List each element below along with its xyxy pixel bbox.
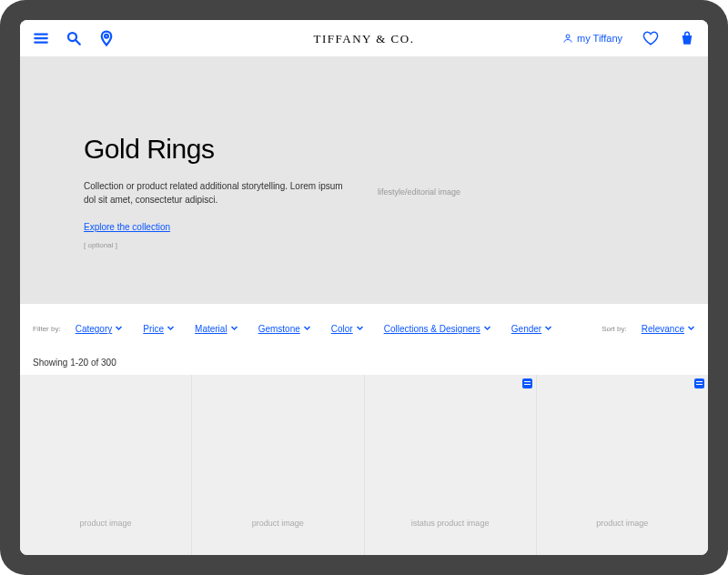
filter-by-label: Filter by:: [33, 325, 61, 333]
svg-point-5: [105, 35, 108, 38]
status-badge-icon: [522, 378, 532, 388]
shopping-bag-icon[interactable]: [679, 30, 695, 46]
explore-collection-link[interactable]: Explore the collection: [84, 222, 170, 232]
chevron-down-icon: [687, 324, 695, 334]
hamburger-menu-icon[interactable]: [33, 30, 49, 46]
svg-point-6: [566, 35, 570, 38]
product-grid: product image product image istatus prod…: [20, 375, 708, 555]
filter-color[interactable]: Color: [331, 324, 364, 334]
filter-gemstone[interactable]: Gemstone: [258, 324, 311, 334]
filter-label-text: Price: [143, 324, 164, 334]
filter-group: Category Price Material Gemstone Color: [76, 324, 553, 334]
hero-image-placeholder: lifestyle/editorial image: [369, 134, 644, 249]
product-card[interactable]: istatus product image: [365, 375, 537, 555]
hero-banner: Gold Rings Collection or product related…: [20, 56, 708, 304]
chevron-down-icon: [167, 324, 175, 334]
filter-label-text: Gemstone: [258, 324, 300, 334]
search-icon[interactable]: [66, 30, 82, 46]
brand-logo[interactable]: TIFFANY & CO.: [314, 32, 415, 45]
filter-label-text: Category: [76, 324, 113, 334]
app-screen: TIFFANY & CO. my Tiffany: [20, 20, 708, 555]
chevron-down-icon: [303, 324, 311, 334]
product-card[interactable]: product image: [192, 375, 364, 555]
product-image-placeholder: product image: [80, 519, 132, 528]
page-title: Gold Rings: [84, 134, 350, 165]
filter-label-text: Color: [331, 324, 353, 334]
tablet-frame: TIFFANY & CO. my Tiffany: [0, 0, 728, 575]
header: TIFFANY & CO. my Tiffany: [20, 20, 708, 56]
filter-material[interactable]: Material: [195, 324, 238, 334]
chevron-down-icon: [544, 324, 552, 334]
chevron-down-icon: [356, 324, 364, 334]
location-pin-icon[interactable]: [98, 30, 115, 46]
filter-price[interactable]: Price: [143, 324, 175, 334]
filter-category[interactable]: Category: [76, 324, 124, 334]
my-account-link[interactable]: my Tiffany: [562, 33, 622, 44]
filter-collections-designers[interactable]: Collections & Designers: [384, 324, 491, 334]
product-card[interactable]: product image: [20, 375, 192, 555]
hero-description: Collection or product related additional…: [84, 179, 350, 207]
svg-line-4: [76, 40, 80, 45]
hero-copy: Gold Rings Collection or product related…: [84, 134, 350, 249]
filter-gender[interactable]: Gender: [511, 324, 552, 334]
sort-value: Relevance: [642, 324, 684, 334]
filter-label-text: Collections & Designers: [384, 324, 480, 334]
product-image-placeholder: istatus product image: [411, 519, 490, 528]
chevron-down-icon: [483, 324, 491, 334]
filter-bar: Filter by: Category Price Material Gemst…: [20, 304, 708, 352]
product-image-placeholder: product image: [596, 519, 648, 528]
filter-label-text: Material: [195, 324, 228, 334]
chevron-down-icon: [230, 324, 238, 334]
filter-label-text: Gender: [511, 324, 541, 334]
my-account-label: my Tiffany: [577, 33, 622, 44]
product-image-placeholder: product image: [252, 519, 304, 528]
sort-by-label: Sort by:: [602, 325, 627, 333]
product-card[interactable]: product image: [537, 375, 708, 555]
wishlist-heart-icon[interactable]: [642, 30, 659, 46]
sort-dropdown[interactable]: Relevance: [642, 324, 695, 334]
hero-optional-note: [ optional ]: [84, 241, 350, 249]
results-count: Showing 1-20 of 300: [20, 352, 708, 375]
status-badge-icon: [694, 378, 704, 388]
user-icon: [562, 33, 573, 44]
chevron-down-icon: [115, 324, 123, 334]
